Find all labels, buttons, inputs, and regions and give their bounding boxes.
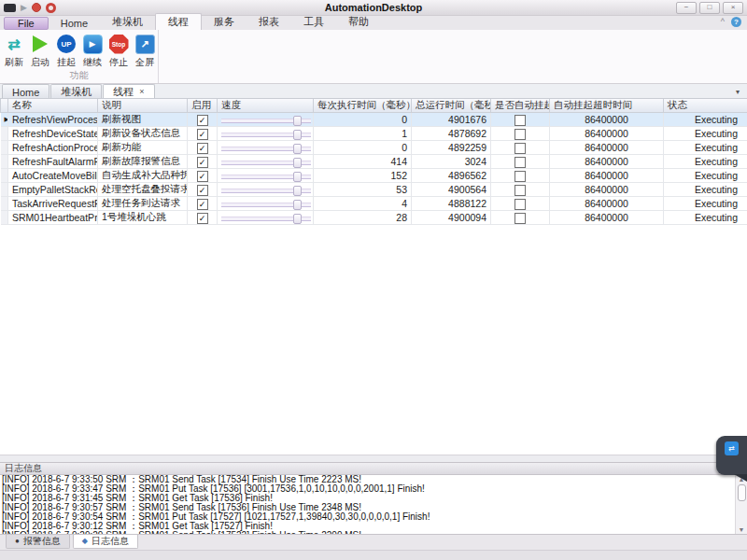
dock-tab-1[interactable]: ◆日志信息 [73, 535, 138, 549]
table-row[interactable]: EmptyPalletStackReq...处理空托盘叠投请求✓53490056… [1, 183, 747, 197]
play-quick-icon[interactable]: ▶ [21, 4, 27, 12]
stop-icon: Stop [108, 34, 129, 54]
speed-slider[interactable] [221, 115, 311, 125]
cell-speed [218, 169, 314, 183]
doc-tab-0[interactable]: Home [2, 84, 49, 98]
col-header-2[interactable]: 启用 [188, 99, 218, 113]
slider-thumb[interactable] [293, 186, 302, 196]
ribbon-tab-1[interactable]: Home [49, 17, 100, 30]
enabled-checkbox[interactable]: ✓ [197, 213, 208, 224]
col-header-3[interactable]: 速度 [218, 99, 314, 113]
speed-slider[interactable] [221, 185, 311, 195]
auto-suspend-checkbox[interactable] [514, 115, 526, 126]
auto-suspend-checkbox[interactable] [514, 171, 526, 182]
auto-suspend-checkbox[interactable] [514, 157, 526, 168]
table-row[interactable]: RefreshActionProcess刷新功能✓048922598640000… [1, 141, 747, 155]
remote-access-icon: ⇄ [725, 441, 739, 455]
refresh-button[interactable]: ⇄刷新 [1, 34, 27, 69]
slider-thumb[interactable] [293, 130, 302, 140]
start-button[interactable]: 启动 [27, 34, 53, 69]
record-ring-icon[interactable] [46, 3, 56, 13]
speed-slider[interactable] [221, 199, 311, 209]
row-indicator [1, 183, 8, 197]
ribbon-button-label: 全屏 [135, 56, 154, 69]
enabled-checkbox[interactable]: ✓ [197, 171, 208, 182]
table-row[interactable]: AutoCreateMoveBillRe...自动生成补大品种拆盘位移...✓1… [1, 169, 747, 183]
dock-tab-0[interactable]: ●报警信息 [6, 535, 70, 549]
cell-desc: 1号堆垛机心跳 [98, 211, 188, 225]
ribbon-group-label: 功能 [0, 69, 158, 82]
enabled-checkbox[interactable]: ✓ [197, 185, 208, 196]
cell-name: RefreshViewProcess [8, 113, 98, 127]
col-header-4[interactable]: 每次执行时间（毫秒） [314, 99, 412, 113]
slider-thumb[interactable] [293, 158, 302, 168]
fullscreen-button[interactable]: ↗全屏 [132, 34, 158, 69]
col-header-0[interactable]: 名称 [8, 99, 98, 113]
slider-thumb[interactable] [293, 214, 302, 224]
app-icon[interactable] [4, 4, 16, 12]
suspend-button[interactable]: UP挂起 [53, 34, 79, 69]
enabled-checkbox[interactable]: ✓ [197, 199, 208, 210]
ribbon-tab-6[interactable]: 工具 [291, 14, 336, 30]
doc-tab-1[interactable]: 堆垛机 [50, 84, 102, 98]
help-icon[interactable]: ? [731, 17, 741, 27]
table-row[interactable]: RefreshDeviceStatePr...刷新设备状态信息✓14878692… [1, 127, 747, 141]
col-header-5[interactable]: 总运行时间（毫秒） [412, 99, 491, 113]
table-row[interactable]: ▶RefreshViewProcess刷新视图✓0490167686400000… [1, 113, 747, 127]
ribbon-tab-5[interactable]: 报表 [247, 14, 291, 30]
enabled-checkbox[interactable]: ✓ [197, 115, 208, 126]
doc-tab-2[interactable]: 线程× [103, 84, 154, 98]
log-scrollbar[interactable]: ▲ ▼ [735, 475, 747, 534]
col-header-6[interactable]: 是否自动挂起 [491, 99, 550, 113]
auto-suspend-checkbox[interactable] [514, 143, 526, 154]
minimize-button[interactable]: − [676, 2, 697, 14]
auto-suspend-checkbox[interactable] [514, 213, 526, 224]
scroll-down-icon[interactable]: ▼ [739, 526, 745, 533]
cell-auto-suspend [491, 169, 550, 183]
table-row[interactable]: TaskArriveRequestPro...处理任务到达请求✓44888122… [1, 197, 747, 211]
ribbon-tab-3[interactable]: 线程 [155, 13, 202, 30]
speed-slider[interactable] [221, 171, 311, 181]
doc-tab-label: 堆垛机 [61, 85, 92, 99]
doc-tab-close-icon[interactable]: × [139, 88, 144, 96]
enabled-checkbox[interactable]: ✓ [197, 157, 208, 168]
table-row[interactable]: SRM01HeartbeatProcess1号堆垛机心跳✓28490009486… [1, 211, 747, 225]
close-button[interactable]: × [723, 2, 743, 14]
col-header-1[interactable]: 说明 [98, 99, 188, 113]
cell-desc: 处理空托盘叠投请求 [98, 183, 188, 197]
speed-slider[interactable] [221, 157, 311, 167]
cell-status: Executing [664, 155, 747, 169]
col-header-7[interactable]: 自动挂起超时时间 [550, 99, 664, 113]
slider-thumb[interactable] [293, 116, 302, 126]
ribbon-tab-4[interactable]: 服务 [202, 14, 247, 30]
panel-splitter[interactable] [0, 455, 747, 462]
ribbon-tab-7[interactable]: 帮助 [336, 14, 381, 30]
slider-thumb[interactable] [293, 172, 302, 182]
ribbon-collapse-icon[interactable]: ^ [721, 18, 725, 26]
speed-slider[interactable] [221, 213, 311, 223]
cell-speed [218, 183, 314, 197]
speed-slider[interactable] [221, 143, 311, 153]
col-header-8[interactable]: 状态 [664, 99, 747, 113]
ribbon-tab-2[interactable]: 堆垛机 [100, 14, 155, 30]
tab-overflow-icon[interactable]: ▾ [736, 88, 740, 96]
row-indicator [1, 155, 8, 169]
cell-name: SRM01HeartbeatProcess [8, 211, 98, 225]
cell-exec-ms: 0 [314, 113, 412, 127]
table-row[interactable]: RefreshFaultAlarmProc...刷新故障报警信息✓4143024… [1, 155, 747, 169]
scrollbar-thumb[interactable] [738, 484, 746, 501]
slider-thumb[interactable] [293, 200, 302, 210]
ribbon-tab-file[interactable]: File [4, 17, 49, 30]
restore-button[interactable]: □ [699, 2, 720, 14]
continue-button[interactable]: ▶继续 [79, 34, 106, 69]
enabled-checkbox[interactable]: ✓ [197, 143, 208, 154]
record-icon[interactable] [32, 3, 41, 12]
stop-button[interactable]: Stop停止 [106, 34, 132, 69]
enabled-checkbox[interactable]: ✓ [197, 129, 208, 140]
remote-access-handle[interactable]: ⇄ [716, 436, 747, 475]
auto-suspend-checkbox[interactable] [514, 199, 526, 210]
auto-suspend-checkbox[interactable] [514, 185, 526, 196]
auto-suspend-checkbox[interactable] [514, 129, 526, 140]
slider-thumb[interactable] [293, 144, 302, 154]
speed-slider[interactable] [221, 129, 311, 139]
